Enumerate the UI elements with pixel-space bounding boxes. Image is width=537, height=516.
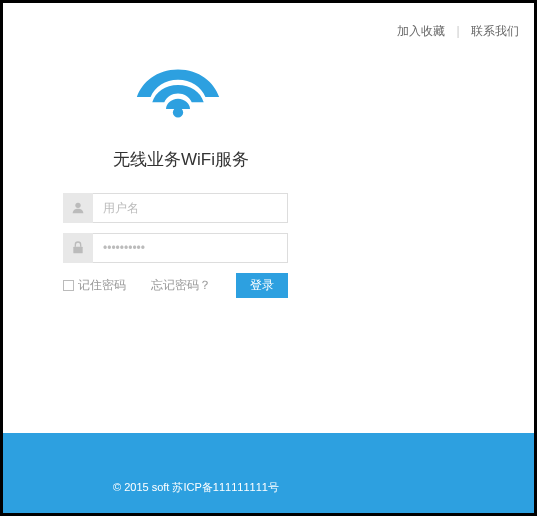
password-row [63,233,288,263]
svg-rect-2 [73,247,82,254]
login-button[interactable]: 登录 [236,273,288,298]
page-title: 无线业务WiFi服务 [113,148,249,171]
contact-us-link[interactable]: 联系我们 [471,24,519,38]
top-nav: 加入收藏 | 联系我们 [397,23,519,40]
remember-checkbox[interactable]: 记住密码 [63,277,126,294]
wifi-icon [133,61,223,125]
svg-point-1 [75,203,80,208]
checkbox-box [63,280,74,291]
forgot-password-link[interactable]: 忘记密码？ [151,277,211,294]
copyright-text: © 2015 soft 苏ICP备111111111号 [113,480,279,495]
remember-label: 记住密码 [78,277,126,294]
form-footer: 记住密码 忘记密码？ 登录 [63,273,288,298]
footer: © 2015 soft 苏ICP备111111111号 [3,433,534,513]
password-input[interactable] [93,233,288,263]
add-favorite-link[interactable]: 加入收藏 [397,24,445,38]
user-icon [63,193,93,223]
logo-area [133,61,223,125]
lock-icon [63,233,93,263]
username-input[interactable] [93,193,288,223]
username-row [63,193,288,223]
login-form: 记住密码 忘记密码？ 登录 [63,193,288,298]
nav-separator: | [457,24,460,38]
svg-point-0 [173,107,183,117]
